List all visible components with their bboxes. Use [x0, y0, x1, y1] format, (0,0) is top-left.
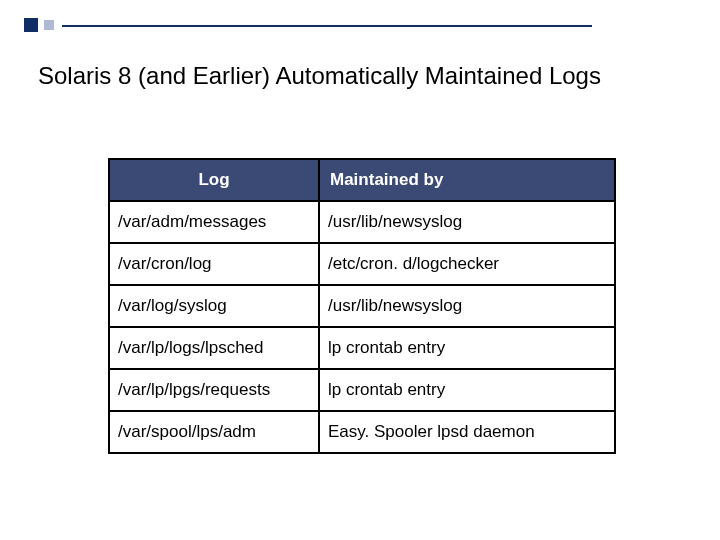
- slide: Solaris 8 (and Earlier) Automatically Ma…: [0, 0, 720, 540]
- table-row: /var/lp/logs/lpsched lp crontab entry: [109, 327, 615, 369]
- header-line: [62, 25, 592, 27]
- cell-log: /var/lp/logs/lpsched: [109, 327, 319, 369]
- cell-log: /var/adm/messages: [109, 201, 319, 243]
- table-header-row: Log Maintained by: [109, 159, 615, 201]
- table-row: /var/lp/lpgs/requests lp crontab entry: [109, 369, 615, 411]
- log-table-wrap: Log Maintained by /var/adm/messages /usr…: [108, 158, 614, 454]
- square-icon: [24, 18, 38, 32]
- slide-title: Solaris 8 (and Earlier) Automatically Ma…: [38, 62, 682, 90]
- cell-maintained: /usr/lib/newsyslog: [319, 285, 615, 327]
- log-table: Log Maintained by /var/adm/messages /usr…: [108, 158, 616, 454]
- cell-maintained: /usr/lib/newsyslog: [319, 201, 615, 243]
- header-log: Log: [109, 159, 319, 201]
- cell-maintained: /etc/cron. d/logchecker: [319, 243, 615, 285]
- header-maintained: Maintained by: [319, 159, 615, 201]
- square-icon-light: [44, 20, 54, 30]
- table-row: /var/log/syslog /usr/lib/newsyslog: [109, 285, 615, 327]
- cell-log: /var/lp/lpgs/requests: [109, 369, 319, 411]
- cell-maintained: Easy. Spooler lpsd daemon: [319, 411, 615, 453]
- cell-log: /var/cron/log: [109, 243, 319, 285]
- header-decoration: [24, 18, 60, 32]
- table-row: /var/spool/lps/adm Easy. Spooler lpsd da…: [109, 411, 615, 453]
- table-row: /var/adm/messages /usr/lib/newsyslog: [109, 201, 615, 243]
- table-row: /var/cron/log /etc/cron. d/logchecker: [109, 243, 615, 285]
- cell-maintained: lp crontab entry: [319, 327, 615, 369]
- cell-log: /var/log/syslog: [109, 285, 319, 327]
- cell-log: /var/spool/lps/adm: [109, 411, 319, 453]
- cell-maintained: lp crontab entry: [319, 369, 615, 411]
